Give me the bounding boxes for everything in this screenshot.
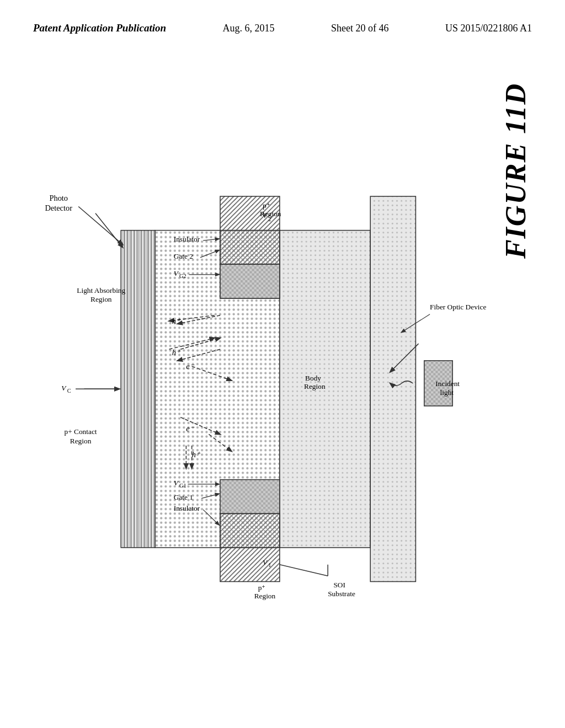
diagram-area: FIGURE 11D (22, 72, 543, 695)
svg-text:p+ Contact: p+ Contact (65, 427, 97, 436)
svg-text:light: light (440, 388, 454, 397)
svg-text:Region: Region (254, 592, 276, 600)
svg-text:Region: Region (90, 295, 112, 303)
svg-text:Body: Body (305, 374, 321, 382)
svg-text:h⁺: h⁺ (172, 317, 181, 325)
svg-text:SOI: SOI (333, 581, 345, 589)
diagram-svg: Photo Detector Light Absorbing Region Ga… (22, 72, 543, 695)
svg-line-28 (280, 565, 328, 576)
svg-text:Substrate: Substrate (328, 590, 355, 598)
svg-text:p⁺: p⁺ (258, 584, 266, 592)
page-header: Patent Application Publication Aug. 6, 2… (0, 22, 565, 34)
svg-text:Incident: Incident (435, 379, 460, 388)
svg-rect-14 (220, 264, 280, 298)
svg-text:p⁺: p⁺ (263, 201, 270, 210)
svg-text:Region: Region (260, 210, 281, 218)
svg-text:Gate 1: Gate 1 (174, 493, 193, 501)
svg-text:Region: Region (70, 437, 92, 445)
svg-text:1: 1 (268, 562, 271, 568)
svg-text:e⁻: e⁻ (186, 362, 194, 371)
svg-line-33 (78, 206, 122, 244)
sheet-info: Sheet 20 of 46 (331, 23, 388, 34)
svg-text:G2: G2 (179, 273, 186, 279)
patent-number: US 2015/0221806 A1 (445, 23, 532, 34)
svg-text:Insulator: Insulator (174, 235, 200, 243)
svg-line-19 (95, 213, 122, 248)
svg-text:G1: G1 (179, 483, 186, 489)
svg-text:Light Absorbing: Light Absorbing (77, 286, 125, 295)
svg-text:Detector: Detector (45, 204, 72, 212)
svg-text:h⁺: h⁺ (192, 450, 201, 459)
svg-text:C: C (67, 388, 71, 394)
svg-text:Region: Region (304, 382, 326, 390)
svg-text:Insulator: Insulator (174, 504, 200, 512)
svg-text:h⁺: h⁺ (172, 348, 181, 357)
svg-text:Photo: Photo (49, 194, 68, 202)
publication-title: Patent Application Publication (33, 22, 166, 34)
svg-text:e⁻: e⁻ (186, 424, 194, 433)
svg-text:Gate 2: Gate 2 (174, 252, 193, 260)
svg-text:Fiber Optic Device: Fiber Optic Device (430, 303, 486, 311)
svg-rect-17 (220, 480, 280, 514)
svg-rect-18 (220, 513, 280, 548)
svg-text:V: V (61, 384, 67, 392)
publication-date: Aug. 6, 2015 (223, 23, 275, 34)
svg-rect-8 (121, 231, 155, 548)
svg-rect-15 (220, 231, 280, 265)
svg-rect-11 (370, 196, 415, 582)
